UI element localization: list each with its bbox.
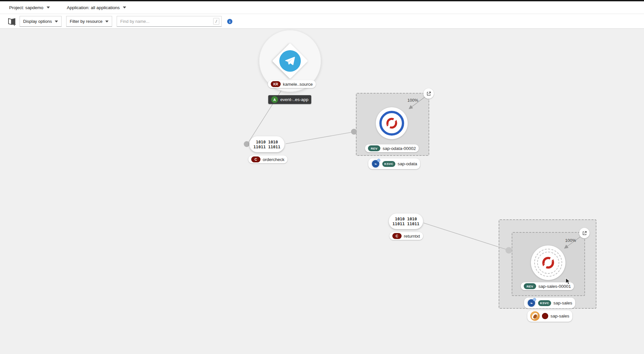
application-dropdown-label: Application: all applications [67,5,120,10]
ksvc-badge: KSVC [382,161,395,167]
integration-badge [542,313,548,319]
revision-ready-ring [379,111,404,136]
external-link-icon [426,91,431,96]
sap-odata-revision-label[interactable]: REV sap-odata-00002 [365,144,419,152]
filter-by-resource-label: Filter by resource [70,19,102,24]
application-dropdown[interactable]: Application: all applications [67,5,126,10]
sap-sales-integration-name: sap-sales [550,314,569,318]
kamelet-source-label[interactable]: KR kamele..source [268,80,316,88]
find-by-name-field: / [117,16,222,27]
kamelet-resource-badge: KR [271,81,281,87]
topology-toolbar: Display options Filter by resource / i [0,14,644,29]
camel-resource-badge: C [392,233,402,239]
ordercheck-node[interactable]: 1010 1010 11011 11011 [249,136,285,152]
chevron-down-icon [55,21,58,22]
edge-endpoint-dot [505,247,512,254]
sap-odata-service-label[interactable]: ⌁ KSVC sap-odata [368,158,420,169]
external-link-icon [582,231,587,236]
sap-sales-integration-label[interactable]: sap-sales [527,310,572,322]
telegram-icon[interactable] [279,50,301,72]
mouse-cursor-icon [564,277,572,285]
returntxt-name: returntxt [404,234,420,239]
project-dropdown[interactable]: Project: sapdemo [9,5,50,10]
binary-icon-line2: 11011 11011 [392,221,419,226]
edge-endpoint-dot [244,141,250,147]
camel-icon [530,311,540,321]
kamelet-source-name: kamele..source [283,82,313,87]
ksvc-badge: KSVC [538,300,551,306]
ordercheck-name: ordercheck [263,157,285,162]
binary-icon-line2: 11011 11011 [254,144,281,149]
display-options-label: Display options [23,19,52,24]
project-dropdown-label: Project: sapdemo [9,5,43,10]
returntxt-label[interactable]: C returntxt [389,232,423,240]
context-bar: Project: sapdemo Application: all applic… [0,1,644,14]
camel-resource-badge: C [251,156,260,162]
sap-odata-open-url-button[interactable] [423,88,434,99]
sap-sales-service-label[interactable]: ⌁ KSVC sap-sales [524,298,575,308]
topology-canvas[interactable]: KR kamele..source A event-..es-app 1010 … [0,29,644,354]
revision-badge: REV [524,283,536,289]
binary-icon-line1: 1010 1010 [256,140,278,144]
application-group-name: event-..es-app [280,97,308,102]
display-options-dropdown[interactable]: Display options [20,16,62,27]
chevron-down-icon [105,21,109,22]
sap-odata-traffic-percent: 100% [407,98,418,103]
knative-service-icon: ⌁ [527,299,536,307]
ordercheck-label[interactable]: C ordercheck [248,155,287,163]
edge-returntxt-to-sap-sales [424,223,507,250]
application-group-label[interactable]: A event-..es-app [268,95,311,104]
info-icon[interactable]: i [227,19,232,24]
topology-view: Project: sapdemo Application: all applic… [0,0,644,354]
sap-odata-revision-node[interactable] [376,107,408,139]
revision-badge: REV [368,145,380,151]
chevron-down-icon [47,7,50,8]
edge-ordercheck-to-sap-odata [286,132,353,144]
sap-sales-revision-node[interactable] [531,245,565,280]
sap-sales-traffic-percent: 100% [565,238,576,243]
find-by-name-input[interactable] [117,19,213,24]
chevron-down-icon [123,7,126,8]
application-badge: A [271,96,278,103]
filter-by-resource-dropdown[interactable]: Filter by resource [66,16,112,27]
binary-icon-line1: 1010 1010 [395,216,417,221]
returntxt-node[interactable]: 1010 1010 11011 11011 [389,214,423,229]
book-plus-icon[interactable] [7,17,16,26]
slash-shortcut-key: / [213,18,219,25]
edge-endpoint-dot [351,129,357,135]
sap-sales-open-url-button[interactable] [579,228,590,238]
sap-odata-service-name: sap-odata [398,161,417,166]
revision-scaling-ring [537,252,559,274]
sap-odata-revision-name: sap-odata-00002 [383,146,416,151]
knative-service-icon: ⌁ [371,159,380,168]
sap-sales-service-name: sap-sales [553,301,572,305]
